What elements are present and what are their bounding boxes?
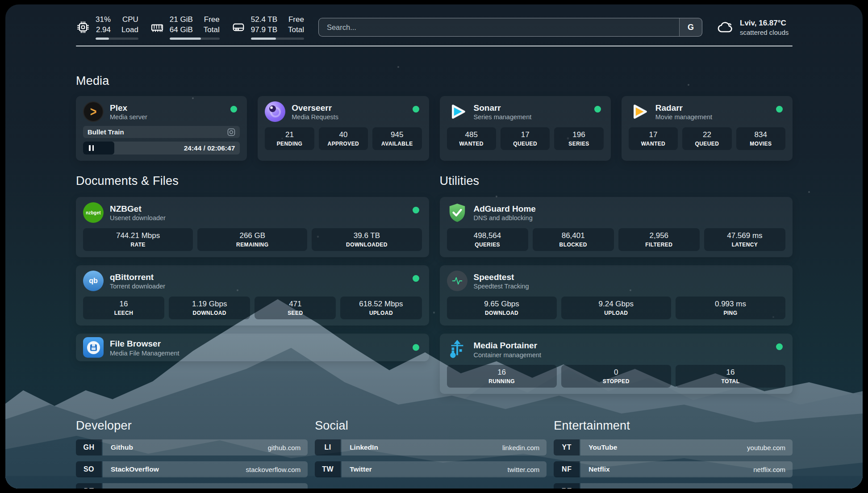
bookmark-row-linkedin[interactable]: LI LinkedInlinkedin.com: [315, 439, 547, 455]
section-heading-developer: Developer: [76, 419, 308, 433]
service-card-portainer[interactable]: Media Portainer Container management 16R…: [440, 334, 793, 394]
portainer-icon: [447, 339, 467, 359]
status-dot: [413, 106, 419, 113]
bookmark-group-developer: Developer GH Githubgithub.com SO StackOv…: [76, 419, 308, 489]
pause-icon[interactable]: [89, 145, 94, 151]
stat-box: 618.52 MbpsUPLOAD: [340, 297, 421, 319]
service-card-plex[interactable]: > Plex Media server Bullet Train: [76, 96, 247, 161]
search-bar: G: [318, 18, 702, 37]
disk-icon: [231, 20, 246, 34]
stat-box: 40APPROVED: [319, 127, 368, 150]
status-dot: [776, 106, 783, 113]
service-card-qbittorrent[interactable]: qb qBittorrent Torrent downloader 16LEEC…: [76, 265, 429, 326]
bookmark-abbr: NF: [554, 461, 580, 477]
sonarr-icon: [447, 101, 467, 122]
bookmark-name: Twitter: [350, 465, 372, 473]
bookmark-url: twitter.com: [508, 466, 540, 473]
bookmark-name: Reddit: [588, 487, 610, 489]
service-title: Plex: [110, 103, 147, 113]
stat-box: 266 GBREMAINING: [197, 228, 307, 251]
stat-box: 0STOPPED: [561, 365, 671, 388]
service-title: NZBGet: [110, 204, 166, 214]
memory-icon: [150, 20, 164, 34]
section-heading-social: Social: [315, 419, 547, 433]
bookmark-abbr: SO: [76, 461, 102, 477]
stat-box: 1.19 GbpsDOWNLOAD: [169, 297, 250, 319]
stat-box: 0.993 msPING: [676, 297, 785, 319]
bookmark-name: StackOverflow: [111, 465, 159, 473]
bookmark-name: YouTube: [588, 443, 617, 451]
cpu-labels: CPULoad: [121, 15, 138, 34]
search-provider-button[interactable]: G: [679, 18, 702, 36]
service-subtitle: Container management: [474, 351, 542, 359]
bookmark-row-stackoverflow[interactable]: SO StackOverflowstackoverflow.com: [76, 461, 308, 477]
memory-widget: 21 GiB64 GiB FreeTotal: [150, 15, 220, 39]
status-dot: [413, 207, 419, 213]
service-title: Sonarr: [474, 103, 532, 113]
stat-box: 39.6 TBDOWNLOADED: [312, 228, 421, 251]
service-subtitle: Speedtest Tracking: [474, 283, 529, 290]
bookmark-group-social: Social LI LinkedInlinkedin.com TW Twitte…: [315, 419, 547, 489]
service-title: Overseerr: [292, 103, 338, 113]
playback-elapsed: [83, 142, 114, 155]
service-card-speedtest[interactable]: Speedtest Speedtest Tracking 9.65 GbpsDO…: [440, 265, 793, 326]
service-card-nzbget[interactable]: nzbget NZBGet Usenet downloader 744.21 M…: [76, 197, 429, 257]
bookmark-row-twitter[interactable]: TW Twittertwitter.com: [315, 461, 547, 477]
stat-box: 17QUEUED: [501, 127, 550, 150]
stats-row: 17WANTED 22QUEUED 834MOVIES: [629, 127, 785, 150]
bookmark-row-dev[interactable]: DT DEVdev.to: [76, 483, 308, 489]
bookmark-url: linkedin.com: [502, 444, 539, 451]
adguard-icon: [447, 202, 467, 223]
stat-box: 196SERIES: [554, 127, 603, 150]
section-heading-entertainment: Entertainment: [554, 419, 793, 433]
stat-box: 9.24 GbpsUPLOAD: [561, 297, 671, 319]
bookmark-row-netflix[interactable]: NF Netflixnetflix.com: [554, 461, 793, 477]
section-heading-utilities: Utilities: [440, 174, 793, 188]
radarr-icon: [629, 101, 649, 122]
bookmark-row-youtube[interactable]: YT YouTubeyoutube.com: [554, 439, 793, 455]
stats-row: 485WANTED 17QUEUED 196SERIES: [447, 127, 604, 150]
stat-box: 744.21 MbpsRATE: [83, 228, 193, 251]
bookmark-abbr: RE: [554, 483, 580, 489]
stat-box: 471SEED: [255, 297, 336, 319]
bookmark-row-reddit[interactable]: RE Redditreddit.com: [554, 483, 793, 489]
service-subtitle: Media File Management: [110, 350, 179, 357]
stat-box: 17WANTED: [629, 127, 678, 150]
weather-condition: scattered clouds: [740, 29, 789, 36]
now-playing-title: Bullet Train: [88, 128, 124, 136]
service-title: File Browser: [110, 338, 179, 349]
section-heading-media: Media: [76, 74, 793, 88]
bookmark-name: DEV: [111, 487, 125, 489]
cpu-progress-bar: [96, 38, 138, 40]
bookmark-url: youtube.com: [747, 444, 785, 451]
media-preview-icon[interactable]: [227, 128, 235, 136]
status-dot: [413, 344, 419, 351]
stats-row: 16LEECH 1.19 GbpsDOWNLOAD 471SEED 618.52…: [83, 297, 422, 319]
service-card-overseerr[interactable]: Overseerr Media Requests 21PENDING 40APP…: [258, 96, 429, 161]
bookmark-abbr: GH: [76, 439, 102, 455]
service-card-sonarr[interactable]: Sonarr Series management 485WANTED 17QUE…: [440, 96, 611, 161]
stat-box: 86,401BLOCKED: [533, 228, 614, 251]
service-subtitle: Series management: [474, 113, 532, 121]
stats-row: 16RUNNING 0STOPPED 16TOTAL: [447, 365, 786, 388]
bookmark-abbr: TW: [315, 461, 341, 477]
top-bar: 31%2.94 CPULoad: [76, 14, 793, 40]
stat-box: 22QUEUED: [682, 127, 731, 150]
bookmark-name: Netflix: [588, 465, 609, 473]
qbittorrent-icon: qb: [83, 271, 104, 291]
service-subtitle: Torrent downloader: [110, 283, 165, 290]
search-input[interactable]: [319, 18, 679, 36]
disk-values: 52.4 TB97.9 TB: [251, 15, 277, 34]
cpu-widget: 31%2.94 CPULoad: [76, 15, 138, 39]
stat-box: 16TOTAL: [676, 365, 785, 388]
stat-box: 9.65 GbpsDOWNLOAD: [447, 297, 557, 319]
service-card-radarr[interactable]: Radarr Movie management 17WANTED 22QUEUE…: [622, 96, 793, 161]
bookmark-url: netflix.com: [753, 466, 785, 473]
bookmark-row-github[interactable]: GH Githubgithub.com: [76, 439, 308, 455]
service-card-filebrowser[interactable]: File Browser Media File Management: [76, 334, 429, 361]
service-card-adguard[interactable]: AdGuard Home DNS and adblocking 498,564Q…: [440, 197, 793, 257]
service-title: Media Portainer: [474, 340, 542, 351]
bookmark-url: stackoverflow.com: [246, 466, 301, 473]
playback-progress[interactable]: 24:44 / 02:06:47: [83, 142, 240, 155]
status-dot: [413, 275, 419, 282]
